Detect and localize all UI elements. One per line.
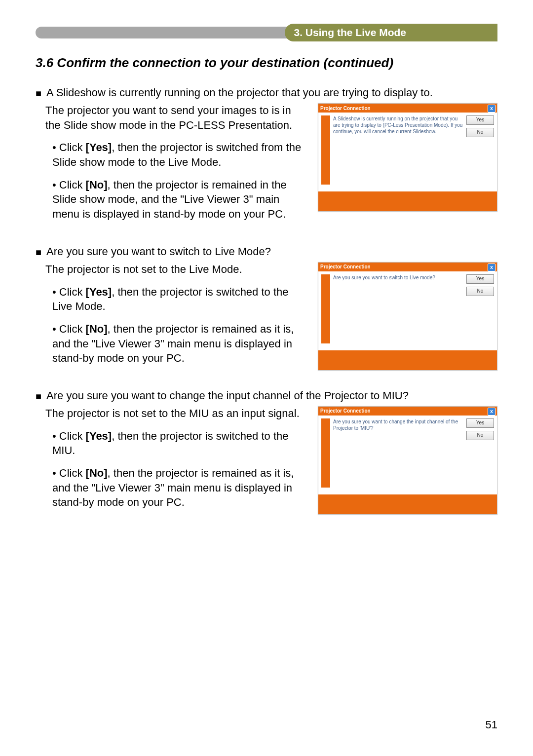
s1-textcol: The projector you want to send your imag… — [36, 103, 303, 229]
s1-intro: The projector you want to send your imag… — [45, 103, 303, 132]
s2-yes-item: • Click [Yes], then the projector is swi… — [52, 285, 303, 314]
s1-yes-item: • Click [Yes], then the projector is swi… — [52, 140, 303, 169]
s3-yes-prefix: • Click — [52, 430, 86, 442]
header-olive-bar: 3. Using the Live Mode — [285, 24, 497, 41]
dialog-1: Projector Connection x A Slideshow is cu… — [318, 103, 497, 212]
dialog-titlebar: Projector Connection x — [318, 263, 497, 271]
dialog-2: Projector Connection x Are you sure you … — [318, 262, 497, 371]
s2-heading-line: ■ Are you sure you want to switch to Liv… — [36, 245, 497, 259]
s1-heading: A Slideshow is currently running on the … — [46, 86, 433, 100]
s2-no-label: [No] — [86, 323, 108, 335]
dialog-title-text: Projector Connection — [320, 264, 371, 269]
s2-yes-prefix: • Click — [52, 286, 86, 298]
s3-textcol: The projector is not set to the MIU as a… — [36, 406, 303, 518]
close-icon[interactable]: x — [488, 408, 495, 416]
dialog-title-text: Projector Connection — [320, 106, 371, 111]
chapter-title: 3. Using the Live Mode — [294, 27, 406, 38]
dialog-footer — [318, 493, 497, 514]
s2-textcol: The projector is not set to the Live Mod… — [36, 262, 303, 374]
manual-page: 3. Using the Live Mode 3.6 Confirm the c… — [0, 0, 533, 756]
s1-no-prefix: • Click — [52, 179, 86, 191]
s3-yes-item: • Click [Yes], then the projector is swi… — [52, 429, 303, 458]
dialog-message: A Slideshow is currently running on the … — [333, 115, 463, 185]
no-button[interactable]: No — [466, 128, 494, 137]
dialog-titlebar: Projector Connection x — [318, 104, 497, 113]
s1-no-item: • Click [No], then the projector is rema… — [52, 178, 303, 222]
dialog-sidebar — [321, 274, 330, 343]
dialog-sidebar — [321, 115, 330, 185]
close-icon[interactable]: x — [488, 264, 495, 271]
section-title: 3.6 Confirm the connection to your desti… — [36, 55, 497, 71]
yes-button[interactable]: Yes — [466, 418, 494, 428]
square-bullet-icon: ■ — [36, 86, 41, 100]
dialog-footer — [318, 349, 497, 370]
s1-yes-label: [Yes] — [86, 141, 112, 153]
s3-intro: The projector is not set to the MIU as a… — [45, 406, 303, 421]
dialog-title-text: Projector Connection — [320, 408, 371, 414]
s2-no-item: • Click [No], then the projector is rema… — [52, 322, 303, 366]
no-button[interactable]: No — [466, 431, 494, 440]
s3-no-item: • Click [No], then the projector is rema… — [52, 466, 303, 510]
s1-heading-line: ■ A Slideshow is currently running on th… — [36, 86, 497, 100]
s2-no-prefix: • Click — [52, 323, 86, 335]
dialog-footer — [318, 190, 497, 211]
no-button[interactable]: No — [466, 287, 494, 296]
s3-heading-line: ■ Are you sure you want to change the in… — [36, 389, 497, 403]
yes-button[interactable]: Yes — [466, 274, 494, 284]
yes-button[interactable]: Yes — [466, 115, 494, 125]
square-bullet-icon: ■ — [36, 389, 41, 403]
s3-no-label: [No] — [86, 467, 108, 479]
s2-yes-label: [Yes] — [86, 286, 112, 298]
dialog-message: Are you sure you want to change the inpu… — [333, 418, 463, 488]
s1-no-label: [No] — [86, 179, 108, 191]
s3-no-prefix: • Click — [52, 467, 86, 479]
chapter-header: 3. Using the Live Mode — [36, 24, 497, 41]
s3-yes-label: [Yes] — [86, 430, 112, 442]
page-number: 51 — [486, 718, 497, 731]
s1-yes-prefix: • Click — [52, 141, 86, 153]
dialog-sidebar — [321, 418, 330, 488]
s2-intro: The projector is not set to the Live Mod… — [45, 262, 303, 277]
square-bullet-icon: ■ — [36, 245, 41, 259]
s2-heading: Are you sure you want to switch to Live … — [46, 245, 271, 259]
dialog-message: Are you sure you want to switch to Live … — [333, 274, 463, 343]
dialog-3: Projector Connection x Are you sure you … — [318, 406, 497, 515]
s3-heading: Are you sure you want to change the inpu… — [46, 389, 409, 403]
close-icon[interactable]: x — [488, 105, 495, 113]
dialog-titlebar: Projector Connection x — [318, 407, 497, 416]
